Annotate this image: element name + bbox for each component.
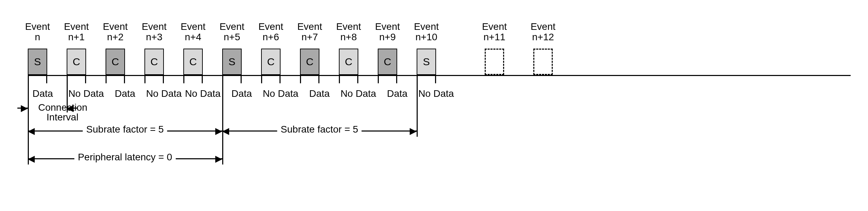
event-tick bbox=[46, 75, 47, 83]
event-box: C bbox=[339, 49, 358, 75]
event-tick bbox=[279, 75, 281, 83]
event-box-dashed bbox=[533, 49, 553, 75]
event-tick bbox=[241, 75, 242, 83]
event-label: Eventn+12 bbox=[524, 22, 562, 42]
event-label: Eventn+6 bbox=[252, 22, 290, 42]
event-label: Eventn+4 bbox=[174, 22, 212, 42]
event-box: C bbox=[106, 49, 125, 75]
event-box: S bbox=[28, 49, 47, 75]
event-tick bbox=[357, 75, 358, 83]
event-data-label: No Data bbox=[180, 88, 225, 99]
event-tick bbox=[106, 75, 107, 83]
event-tick bbox=[435, 75, 436, 83]
event-box: C bbox=[300, 49, 319, 75]
event-tick bbox=[300, 75, 301, 83]
event-tick bbox=[85, 75, 86, 83]
subrate-dimension: Subrate factor = 5 bbox=[28, 130, 222, 132]
event-tick bbox=[339, 75, 340, 83]
event-tick bbox=[163, 75, 164, 83]
connection-interval-label: Connection Interval bbox=[38, 103, 87, 122]
event-label: Eventn bbox=[18, 22, 57, 42]
conn-interval-arrow bbox=[67, 108, 77, 109]
event-data-label: No Data bbox=[336, 88, 381, 99]
event-data-label: Data bbox=[297, 88, 342, 99]
event-data-label: Data bbox=[375, 88, 420, 99]
subrate-dimension: Subrate factor = 5 bbox=[222, 130, 417, 132]
event-label: Eventn+5 bbox=[213, 22, 251, 42]
event-tick bbox=[202, 75, 203, 83]
event-tick bbox=[378, 75, 379, 83]
event-data-label: No Data bbox=[141, 88, 186, 99]
event-tick bbox=[318, 75, 319, 83]
guideline bbox=[417, 75, 418, 137]
event-data-label: No Data bbox=[258, 88, 303, 99]
event-box: S bbox=[417, 49, 436, 75]
event-label: Eventn+1 bbox=[57, 22, 95, 42]
event-label: Eventn+11 bbox=[475, 22, 514, 42]
event-label: Eventn+7 bbox=[291, 22, 329, 42]
event-tick bbox=[396, 75, 397, 83]
event-box-dashed bbox=[485, 49, 504, 75]
event-box: C bbox=[378, 49, 397, 75]
timing-diagram: EventnSDataEventn+1CNo DataEventn+2CData… bbox=[0, 0, 868, 211]
event-label: Eventn+10 bbox=[407, 22, 445, 42]
timeline bbox=[28, 75, 851, 76]
guideline bbox=[222, 75, 223, 164]
event-label: Eventn+3 bbox=[135, 22, 173, 42]
event-tick bbox=[124, 75, 125, 83]
event-label: Eventn+8 bbox=[329, 22, 368, 42]
event-box: S bbox=[222, 49, 242, 75]
event-box: C bbox=[144, 49, 164, 75]
event-tick bbox=[183, 75, 184, 83]
guideline bbox=[28, 75, 29, 164]
event-data-label: Data bbox=[102, 88, 148, 99]
event-box: C bbox=[67, 49, 86, 75]
event-data-label: Data bbox=[20, 88, 65, 99]
event-data-label: Data bbox=[219, 88, 264, 99]
event-label: Eventn+9 bbox=[368, 22, 407, 42]
event-label: Eventn+2 bbox=[96, 22, 134, 42]
event-box: C bbox=[261, 49, 281, 75]
event-box: C bbox=[183, 49, 203, 75]
event-tick bbox=[261, 75, 262, 83]
latency-dimension: Peripheral latency = 0 bbox=[28, 158, 222, 159]
event-data-label: No Data bbox=[414, 88, 459, 99]
event-tick bbox=[144, 75, 145, 83]
event-data-label: No Data bbox=[64, 88, 109, 99]
conn-interval-arrow bbox=[17, 108, 28, 109]
